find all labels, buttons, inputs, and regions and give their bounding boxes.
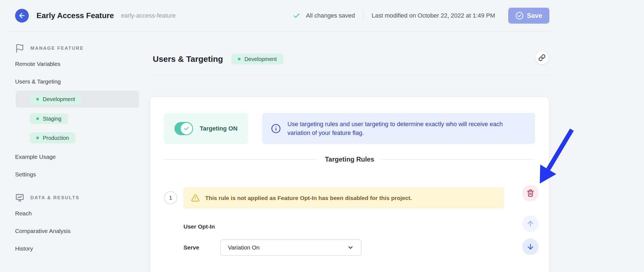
sidebar-item-example-usage[interactable]: Example Usage <box>15 153 139 160</box>
save-button-label: Save <box>527 12 542 20</box>
warning-triangle-icon <box>191 194 200 202</box>
arrow-down-icon <box>526 243 535 251</box>
sidebar-item-history[interactable]: History <box>15 245 139 252</box>
feature-key: early-access-feature <box>121 12 176 19</box>
flag-icon <box>15 44 24 53</box>
header-right: All changes saved Last modified on Octob… <box>293 8 553 24</box>
env-dot-icon <box>238 58 241 60</box>
serve-variation-value: Variation On <box>228 244 259 251</box>
targeting-toggle-box: Targeting ON <box>164 113 248 144</box>
environment-badge-label: Development <box>244 56 277 62</box>
toggle-check-icon <box>181 123 192 134</box>
last-modified: Last modified on October 22, 2022 at 1:4… <box>372 12 495 19</box>
rule-body: This rule is not applied as Feature Opt-… <box>183 187 504 256</box>
env-dot-icon <box>36 137 39 139</box>
arrow-left-icon <box>18 12 26 20</box>
environment-badge-label: Production <box>43 135 69 141</box>
serve-variation-select[interactable]: Variation On <box>220 239 361 256</box>
header: Early Access Feature early-access-featur… <box>9 0 553 32</box>
heading-row: Users & Targeting Development <box>153 53 553 65</box>
environment-badge: Staging <box>30 113 68 124</box>
rule-name: User Opt-In <box>183 223 504 230</box>
check-circle-icon <box>515 12 524 20</box>
serve-row: Serve Variation On <box>183 239 504 256</box>
targeting-card: Targeting ON Use targeting rules and use… <box>150 97 549 272</box>
sidebar-env-development[interactable]: Development <box>16 91 139 108</box>
targeting-toggle[interactable] <box>174 122 193 135</box>
environment-badge-label: Development <box>43 96 75 102</box>
sidebar-item-remote-variables[interactable]: Remote Variables <box>15 60 139 68</box>
section-heading: Users & Targeting <box>153 54 223 64</box>
divider-line <box>381 159 535 160</box>
delete-rule-button[interactable] <box>522 185 539 201</box>
targeting-rules-divider: Targeting Rules <box>164 156 535 163</box>
chart-board-icon <box>15 193 24 202</box>
sidebar-section-data-results: DATA & RESULTS <box>15 193 139 203</box>
header-divider <box>363 11 363 21</box>
back-button[interactable] <box>15 9 29 23</box>
sidebar-env-staging[interactable]: Staging <box>16 113 139 124</box>
save-button[interactable]: Save <box>508 8 549 24</box>
environment-badge: Production <box>30 132 76 143</box>
rule-warning-banner: This rule is not applied as Feature Opt-… <box>183 187 504 209</box>
rule-number-badge: 1 <box>164 191 177 204</box>
sidebar-env-production[interactable]: Production <box>16 132 139 143</box>
environment-badge-label: Staging <box>43 116 61 122</box>
move-rule-up-button[interactable] <box>522 215 539 232</box>
info-icon <box>271 124 281 134</box>
sidebar-item-comparative-analysis[interactable]: Comparative Analysis <box>15 227 139 235</box>
sidebar-section-label: MANAGE FEATURE <box>30 46 84 51</box>
sidebar-section-label: DATA & RESULTS <box>30 195 80 201</box>
divider-line <box>164 159 318 160</box>
targeting-rules-title: Targeting Rules <box>325 156 374 163</box>
environment-badge: Development <box>231 54 283 65</box>
targeting-status-row: Targeting ON Use targeting rules and use… <box>164 113 535 144</box>
trash-icon <box>527 189 534 197</box>
chevron-down-icon <box>347 244 354 251</box>
rule-warning-text: This rule is not applied as Feature Opt-… <box>205 195 412 201</box>
check-icon <box>293 12 300 20</box>
link-icon <box>538 54 546 61</box>
environment-badge: Development <box>30 94 82 105</box>
sidebar-section-manage-feature: MANAGE FEATURE <box>15 43 139 53</box>
targeting-rule-1: 1 This rule is not applied as Feature Op… <box>164 187 535 256</box>
serve-label: Serve <box>183 244 220 251</box>
sidebar-item-settings[interactable]: Settings <box>15 171 139 178</box>
sidebar: MANAGE FEATURE Remote Variables Users & … <box>15 32 139 252</box>
heading-divider <box>153 75 553 75</box>
save-status: All changes saved <box>306 12 355 19</box>
targeting-info-banner: Use targeting rules and user targeting t… <box>262 113 535 144</box>
arrow-up-icon <box>526 220 535 228</box>
env-dot-icon <box>36 98 39 101</box>
copy-link-button[interactable] <box>535 51 549 64</box>
sidebar-item-users-targeting[interactable]: Users & Targeting <box>15 78 139 85</box>
page-title: Early Access Feature <box>36 11 114 20</box>
sidebar-item-reach[interactable]: Reach <box>15 210 139 217</box>
move-rule-down-button[interactable] <box>522 238 539 255</box>
main-content: Users & Targeting Development <box>153 32 553 75</box>
env-dot-icon <box>36 117 39 120</box>
targeting-toggle-label: Targeting ON <box>200 125 238 132</box>
targeting-info-text: Use targeting rules and user targeting t… <box>287 120 526 137</box>
